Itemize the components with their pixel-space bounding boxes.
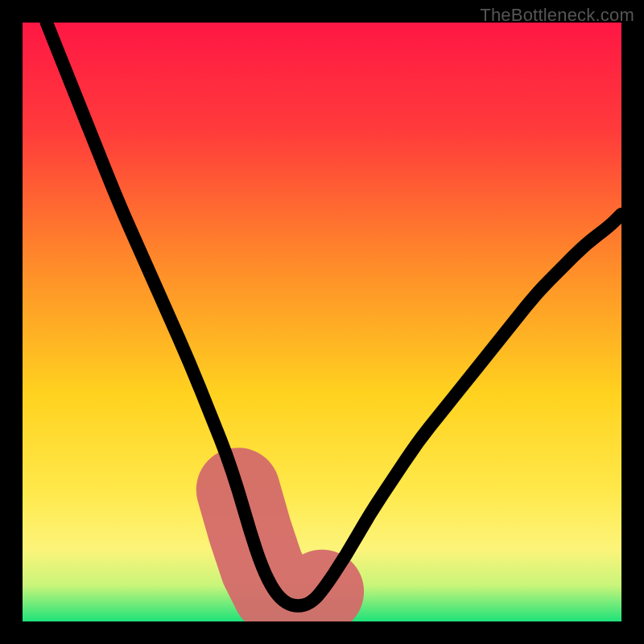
chart-frame: TheBottleneck.com	[0, 0, 644, 644]
plot-area	[23, 23, 621, 621]
bottleneck-plot-svg	[23, 23, 621, 621]
watermark-text: TheBottleneck.com	[480, 5, 634, 26]
gradient-background	[23, 23, 621, 621]
